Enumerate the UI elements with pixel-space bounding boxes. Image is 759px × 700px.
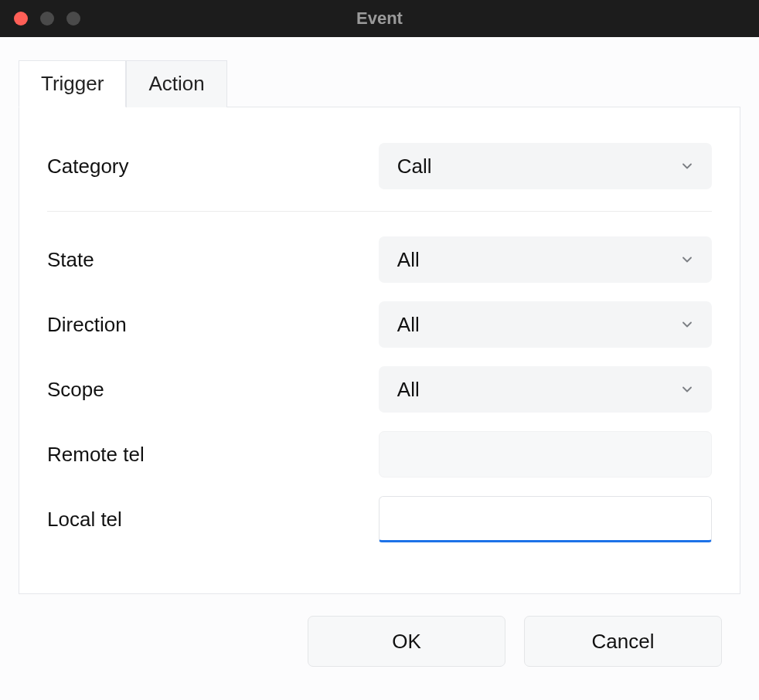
state-select[interactable]: All — [379, 236, 712, 283]
chevron-down-icon — [679, 317, 695, 332]
remote-tel-input[interactable] — [379, 431, 712, 477]
state-label: State — [47, 248, 366, 272]
category-select-value: Call — [397, 155, 432, 178]
chevron-down-icon — [679, 158, 695, 174]
scope-select[interactable]: All — [379, 366, 712, 413]
window-minimize-button[interactable] — [40, 12, 54, 25]
titlebar: Event — [0, 0, 759, 37]
cancel-button[interactable]: Cancel — [524, 616, 722, 667]
category-label: Category — [47, 155, 366, 178]
category-select[interactable]: Call — [379, 143, 712, 189]
chevron-down-icon — [679, 382, 695, 397]
row-scope: Scope All — [47, 360, 712, 419]
direction-select[interactable]: All — [379, 301, 712, 348]
tab-action[interactable]: Action — [126, 60, 226, 107]
divider — [47, 211, 712, 212]
tab-bar: Trigger Action — [19, 60, 740, 107]
local-tel-input[interactable] — [379, 496, 712, 542]
chevron-down-icon — [679, 252, 695, 267]
remote-tel-label: Remote tel — [47, 443, 366, 467]
row-remote-tel: Remote tel — [47, 425, 712, 484]
scope-select-value: All — [397, 378, 420, 402]
traffic-lights — [0, 12, 80, 25]
window-title: Event — [0, 8, 759, 29]
local-tel-label: Local tel — [47, 508, 366, 532]
direction-label: Direction — [47, 313, 366, 337]
row-state: State All — [47, 230, 712, 289]
window-zoom-button[interactable] — [66, 12, 80, 25]
row-category: Category Call — [47, 137, 712, 195]
content-area: Trigger Action Category Call State All — [0, 37, 759, 700]
tab-trigger[interactable]: Trigger — [19, 60, 126, 107]
row-direction: Direction All — [47, 295, 712, 354]
dialog-footer: OK Cancel — [19, 594, 740, 667]
direction-select-value: All — [397, 313, 420, 337]
window-close-button[interactable] — [14, 12, 28, 25]
row-local-tel: Local tel — [47, 490, 712, 549]
ok-button[interactable]: OK — [308, 616, 505, 667]
state-select-value: All — [397, 248, 420, 272]
scope-label: Scope — [47, 378, 366, 402]
trigger-panel: Category Call State All Direction — [19, 107, 740, 594]
